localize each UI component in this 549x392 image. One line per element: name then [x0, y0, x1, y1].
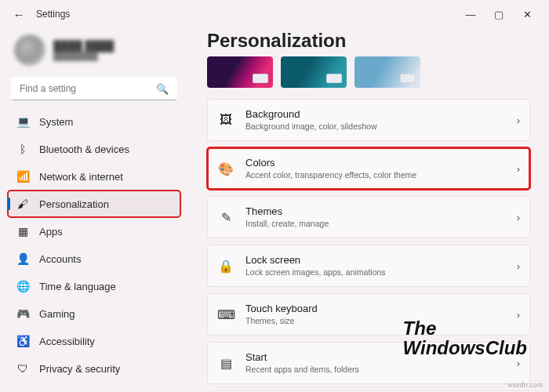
setting-item-background[interactable]: 🖼BackgroundBackground image, color, slid…: [207, 99, 530, 141]
nav-icon: ▦: [16, 225, 30, 238]
setting-sub: Background image, color, slideshow: [245, 122, 517, 132]
setting-item-touch-keyboard[interactable]: ⌨Touch keyboardThemes, size›: [207, 293, 530, 336]
sidebar-item-gaming[interactable]: 🎮Gaming: [8, 300, 180, 327]
sidebar-item-system[interactable]: 💻System: [8, 108, 180, 135]
back-button[interactable]: ←: [8, 8, 30, 21]
titlebar: ← Settings — ▢ ✕: [0, 0, 549, 28]
nav-label: Gaming: [39, 308, 75, 320]
nav-label: Accessibility: [39, 336, 95, 347]
setting-icon: 🎨: [217, 162, 235, 176]
setting-icon: 🔒: [217, 259, 235, 274]
sidebar-item-accounts[interactable]: 👤Accounts: [8, 245, 180, 272]
setting-icon: ✎: [217, 210, 235, 225]
app-title: Settings: [36, 9, 70, 20]
nav-label: Accounts: [39, 253, 81, 265]
search-box[interactable]: 🔍: [11, 77, 177, 100]
sidebar-item-accessibility[interactable]: ♿Accessibility: [8, 328, 180, 354]
sidebar-item-windows-update[interactable]: ⟳Windows Update: [8, 383, 180, 392]
nav-icon: 💻: [16, 115, 30, 128]
chevron-right-icon: ›: [517, 309, 520, 321]
nav-label: Personalization: [39, 198, 109, 210]
search-icon: 🔍: [156, 83, 169, 95]
setting-icon: ⌨: [217, 307, 235, 322]
setting-item-start[interactable]: ▤StartRecent apps and items, folders›: [207, 342, 530, 384]
chevron-right-icon: ›: [517, 260, 520, 272]
window-controls: — ▢ ✕: [456, 9, 541, 20]
setting-icon: ▤: [217, 356, 235, 371]
page-title: Personalization: [207, 30, 530, 52]
nav-icon: 👤: [16, 252, 30, 265]
main-content: Personalization 🖼BackgroundBackground im…: [188, 28, 549, 392]
sidebar-item-network-internet[interactable]: 📶Network & internet: [8, 163, 180, 190]
nav-icon: ♿: [16, 335, 30, 347]
setting-title: Start: [245, 351, 517, 365]
sidebar-item-privacy-security[interactable]: 🛡Privacy & security: [8, 355, 180, 382]
nav-list: 💻SystemᛒBluetooth & devices📶Network & in…: [8, 108, 180, 392]
nav-label: Time & language: [39, 281, 116, 292]
theme-preview-2[interactable]: [281, 56, 347, 88]
theme-preview-1[interactable]: [207, 56, 273, 88]
sidebar-item-bluetooth-devices[interactable]: ᛒBluetooth & devices: [8, 136, 180, 162]
setting-title: Lock screen: [245, 254, 517, 267]
setting-item-themes[interactable]: ✎ThemesInstall, create, manage›: [207, 196, 530, 238]
theme-preview-3[interactable]: [354, 56, 420, 88]
setting-icon: 🖼: [217, 113, 235, 127]
nav-label: Bluetooth & devices: [39, 143, 129, 155]
chevron-right-icon: ›: [517, 114, 520, 126]
sidebar: ████ ████ ████████ 🔍 💻SystemᛒBluetooth &…: [0, 28, 188, 392]
search-input[interactable]: [20, 83, 156, 94]
nav-icon: 🛡: [16, 362, 30, 375]
theme-previews: [207, 56, 530, 88]
nav-label: Privacy & security: [39, 363, 120, 375]
maximize-button[interactable]: ▢: [485, 9, 513, 20]
setting-title: Touch keyboard: [245, 303, 517, 316]
settings-list: 🖼BackgroundBackground image, color, slid…: [207, 99, 530, 392]
profile-name: ████ ████: [53, 40, 114, 52]
nav-icon: 🌐: [16, 280, 30, 292]
setting-item-lock-screen[interactable]: 🔒Lock screenLock screen images, apps, an…: [207, 245, 530, 287]
profile-block[interactable]: ████ ████ ████████: [14, 34, 174, 66]
sidebar-item-apps[interactable]: ▦Apps: [8, 218, 180, 245]
setting-item-colors[interactable]: 🎨ColorsAccent color, transparency effect…: [207, 147, 530, 190]
profile-sub: ████████: [53, 52, 114, 60]
chevron-right-icon: ›: [517, 358, 520, 369]
minimize-button[interactable]: —: [456, 9, 485, 20]
sidebar-item-time-language[interactable]: 🌐Time & language: [8, 273, 180, 299]
nav-label: System: [39, 116, 73, 128]
avatar: [14, 34, 45, 66]
chevron-right-icon: ›: [517, 212, 520, 223]
nav-icon: ᛒ: [16, 143, 30, 155]
chevron-right-icon: ›: [517, 163, 520, 175]
sidebar-item-personalization[interactable]: 🖌Personalization: [8, 191, 180, 217]
setting-sub: Themes, size: [245, 316, 517, 327]
nav-icon: 🖌: [16, 198, 30, 210]
nav-icon: 🎮: [16, 307, 30, 320]
setting-title: Themes: [245, 205, 517, 219]
setting-sub: Install, create, manage: [245, 219, 517, 230]
nav-label: Network & internet: [39, 171, 123, 183]
setting-sub: Accent color, transparency effects, colo…: [245, 170, 517, 181]
setting-sub: Lock screen images, apps, animations: [245, 267, 517, 278]
nav-label: Apps: [39, 226, 63, 238]
setting-sub: Recent apps and items, folders: [245, 365, 517, 376]
setting-title: Background: [245, 108, 517, 122]
nav-icon: 📶: [16, 170, 30, 183]
close-button[interactable]: ✕: [513, 9, 541, 20]
setting-title: Colors: [245, 157, 517, 170]
